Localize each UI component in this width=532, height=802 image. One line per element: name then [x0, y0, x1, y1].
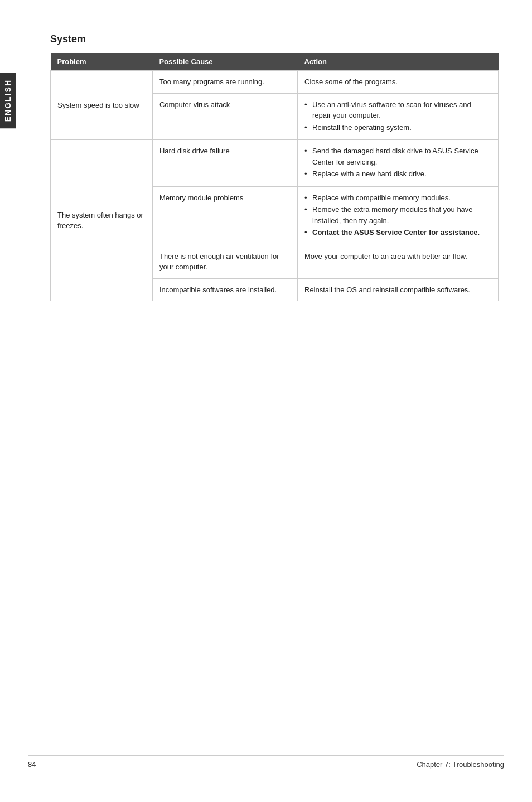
main-content: System Problem Possible Cause Action Sys…: [28, 0, 532, 335]
header-cause: Possible Cause: [152, 53, 297, 71]
cause-cell: Hard disk drive failure: [152, 140, 297, 187]
action-item: Replace with compatible memory modules.: [304, 192, 491, 204]
footer: 84 Chapter 7: Troubleshooting: [28, 755, 504, 769]
page-number: 84: [28, 760, 36, 769]
table-header-row: Problem Possible Cause Action: [51, 53, 499, 71]
problem-cell: The system often hangs or freezes.: [51, 140, 153, 301]
header-problem: Problem: [51, 53, 153, 71]
table-row: The system often hangs or freezes.Hard d…: [51, 140, 499, 187]
table-row: System speed is too slowToo many program…: [51, 71, 499, 94]
side-tab-label: ENGLISH: [3, 79, 12, 122]
action-item: Send the damaged hard disk drive to ASUS…: [304, 146, 491, 167]
action-cell: Send the damaged hard disk drive to ASUS…: [298, 140, 499, 187]
action-cell: Close some of the programs.: [298, 71, 499, 94]
action-item: Use an anti-virus software to scan for v…: [304, 99, 491, 121]
action-cell: Move your computer to an area with bette…: [298, 245, 499, 278]
cause-cell: There is not enough air ventilation for …: [152, 245, 297, 278]
section-title: System: [50, 33, 499, 45]
troubleshooting-table: Problem Possible Cause Action System spe…: [50, 53, 499, 301]
action-cell: Reinstall the OS and reinstall compatibl…: [298, 278, 499, 301]
chapter-label: Chapter 7: Troubleshooting: [417, 760, 504, 769]
action-item: Replace with a new hard disk drive.: [304, 168, 491, 180]
problem-cell: System speed is too slow: [51, 71, 153, 140]
side-tab: ENGLISH: [0, 73, 16, 128]
cause-cell: Computer virus attack: [152, 93, 297, 140]
header-action: Action: [298, 53, 499, 71]
action-cell: Use an anti-virus software to scan for v…: [298, 93, 499, 140]
action-cell: Replace with compatible memory modules.R…: [298, 186, 499, 245]
cause-cell: Too many programs are running.: [152, 71, 297, 94]
action-item: Remove the extra memory modules that you…: [304, 204, 491, 226]
cause-cell: Memory module problems: [152, 186, 297, 245]
action-item: Reinstall the operating system.: [304, 122, 491, 133]
action-item: Contact the ASUS Service Center for assi…: [304, 227, 491, 238]
cause-cell: Incompatible softwares are installed.: [152, 278, 297, 301]
